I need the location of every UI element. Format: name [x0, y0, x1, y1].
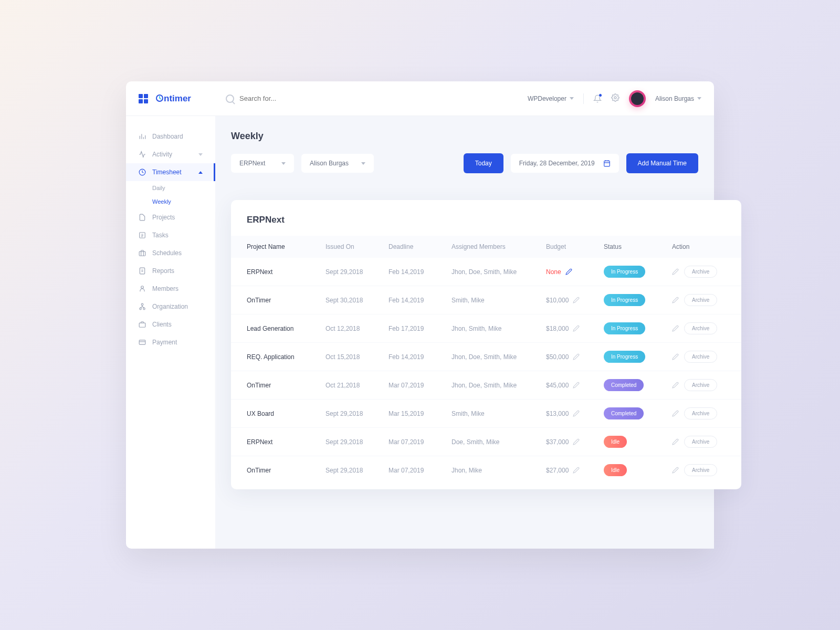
cell-members: Jhon, Doe, Smith, Mike: [452, 382, 546, 389]
archive-button[interactable]: Archive: [684, 294, 717, 306]
edit-icon[interactable]: [672, 353, 679, 360]
sidebar-item-dashboard[interactable]: Dashboard: [126, 128, 215, 145]
topbar-right: WPDeveloper Alison Burgas: [528, 90, 701, 107]
sidebar-item-tasks[interactable]: Tasks: [126, 226, 215, 244]
date-picker[interactable]: Friday, 28 December, 2019: [511, 154, 619, 173]
cell-issued: Sept 29,2018: [326, 467, 388, 474]
avatar[interactable]: [629, 90, 646, 107]
edit-icon[interactable]: [573, 410, 580, 417]
cell-budget: $37,000: [546, 438, 604, 446]
table-row: UX BoardSept 29,2018Mar 15,2019Smith, Mi…: [231, 400, 741, 428]
cell-action: Archive: [672, 322, 726, 334]
sidebar-item-clients[interactable]: Clients: [126, 316, 215, 333]
dashboard-icon: [139, 133, 146, 140]
user-select[interactable]: Alison Burgas: [301, 154, 374, 173]
cell-project-name: Lead Generation: [247, 325, 326, 332]
cell-deadline: Feb 14,2019: [388, 268, 452, 276]
workspace-dropdown[interactable]: WPDeveloper: [528, 95, 574, 102]
edit-icon[interactable]: [573, 467, 580, 474]
logo-area: ntimer: [139, 93, 215, 104]
table-row: ERPNextSept 29,2018Mar 07,2019Doe, Smith…: [231, 428, 741, 456]
cell-members: Jhon, Smith, Mike: [452, 325, 546, 332]
cell-action: Archive: [672, 464, 726, 476]
file-icon: [139, 214, 146, 221]
cell-deadline: Feb 14,2019: [388, 297, 452, 304]
user-menu[interactable]: Alison Burgas: [655, 95, 701, 102]
clients-icon: [139, 321, 146, 328]
archive-button[interactable]: Archive: [684, 436, 717, 448]
settings-icon[interactable]: [611, 93, 620, 104]
cell-action: Archive: [672, 351, 726, 363]
edit-icon[interactable]: [573, 438, 580, 445]
cell-budget: $45,000: [546, 382, 604, 389]
edit-icon[interactable]: [573, 325, 580, 332]
timesheet-card: ERPNext Project Name Issued On Deadline …: [231, 200, 741, 489]
chevron-down-icon: [697, 97, 701, 100]
archive-button[interactable]: Archive: [684, 379, 717, 391]
edit-icon[interactable]: [672, 325, 679, 332]
members-icon: [139, 285, 146, 292]
sidebar-item-payment[interactable]: Payment: [126, 333, 215, 351]
edit-icon[interactable]: [672, 268, 679, 275]
briefcase-icon: [139, 249, 146, 257]
cell-status: Completed: [604, 379, 672, 391]
edit-icon[interactable]: [565, 268, 572, 275]
table-row: OnTimerOct 21,2018Mar 07,2019Jhon, Doe, …: [231, 371, 741, 400]
project-table: Project Name Issued On Deadline Assigned…: [231, 236, 741, 484]
cell-budget: $10,000: [546, 297, 604, 304]
svg-rect-10: [139, 323, 145, 327]
brand-logo: ntimer: [155, 93, 191, 104]
table-row: OnTimerSept 30,2018Feb 14,2019Smith, Mik…: [231, 286, 741, 314]
project-select[interactable]: ERPNext: [231, 154, 294, 173]
today-button[interactable]: Today: [464, 153, 503, 173]
status-badge: Completed: [604, 379, 644, 391]
card-title: ERPNext: [231, 215, 741, 236]
edit-icon[interactable]: [672, 382, 679, 388]
add-manual-time-button[interactable]: Add Manual Time: [626, 153, 698, 173]
sidebar-subitem-weekly[interactable]: Weekly: [152, 195, 215, 208]
cell-members: Jhon, Doe, Smith, Mike: [452, 353, 546, 361]
sidebar-item-activity[interactable]: Activity: [126, 145, 215, 163]
cell-members: Smith, Mike: [452, 410, 546, 417]
sidebar-subitem-daily[interactable]: Daily: [152, 181, 215, 195]
edit-icon[interactable]: [672, 297, 679, 303]
svg-point-9: [143, 308, 145, 310]
edit-icon[interactable]: [573, 297, 580, 303]
archive-button[interactable]: Archive: [684, 266, 717, 278]
search-input[interactable]: [239, 94, 344, 102]
clock-icon: [139, 169, 146, 176]
apps-grid-icon[interactable]: [139, 94, 148, 103]
edit-icon[interactable]: [573, 353, 580, 360]
calendar-icon: [603, 160, 611, 167]
col-budget: Budget: [546, 243, 604, 250]
archive-button[interactable]: Archive: [684, 464, 717, 476]
edit-icon[interactable]: [672, 410, 679, 417]
page-title: Weekly: [231, 131, 698, 142]
notifications-icon[interactable]: [593, 94, 602, 103]
archive-button[interactable]: Archive: [684, 407, 717, 419]
sidebar-item-projects[interactable]: Projects: [126, 208, 215, 226]
sidebar-item-organization[interactable]: Organization: [126, 298, 215, 316]
cell-action: Archive: [672, 407, 726, 419]
timesheet-subitems: Daily Weekly: [126, 181, 215, 208]
sidebar-item-schedules[interactable]: Schedules: [126, 244, 215, 262]
sidebar-item-timesheet[interactable]: Timesheet: [126, 163, 215, 181]
status-badge: Idle: [604, 436, 627, 448]
edit-icon[interactable]: [573, 382, 580, 388]
reports-icon: [139, 267, 146, 275]
cell-project-name: REQ. Application: [247, 353, 326, 361]
col-deadline: Deadline: [388, 243, 452, 250]
archive-button[interactable]: Archive: [684, 322, 717, 334]
edit-icon[interactable]: [672, 438, 679, 445]
search-area: [215, 94, 528, 103]
sidebar-item-members[interactable]: Members: [126, 280, 215, 298]
archive-button[interactable]: Archive: [684, 351, 717, 363]
col-issued-on: Issued On: [326, 243, 388, 250]
svg-rect-4: [139, 251, 145, 256]
cell-issued: Oct 15,2018: [326, 353, 388, 361]
edit-icon[interactable]: [672, 467, 679, 474]
cell-budget: $27,000: [546, 467, 604, 474]
cell-deadline: Feb 17,2019: [388, 325, 452, 332]
sidebar-item-reports[interactable]: Reports: [126, 262, 215, 280]
cell-deadline: Feb 14,2019: [388, 353, 452, 361]
